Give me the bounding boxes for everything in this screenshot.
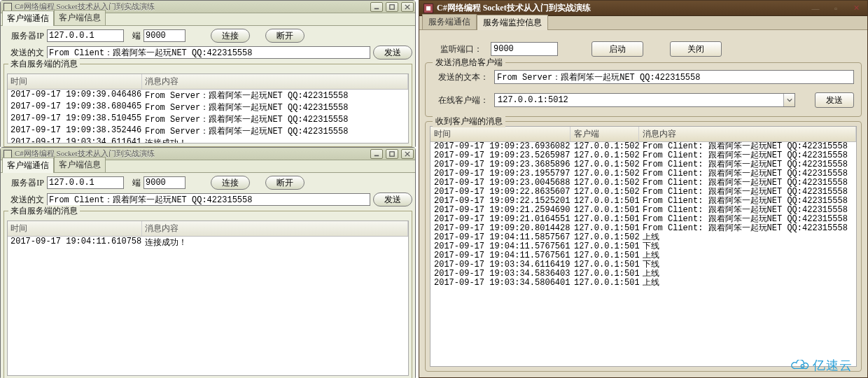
cell-p: 127.0.0.1:5011: [570, 279, 639, 288]
port-input[interactable]: [144, 29, 186, 42]
listen-port-label: 监听端口：: [436, 43, 482, 55]
cell-t: 2017-09-17 19:03:34.6116419: [430, 260, 570, 270]
cell-t: 2017-09-17 19:09:23.1955797: [430, 169, 570, 178]
cell-t: 2017-09-17 19:09:21.0164551: [430, 215, 570, 224]
close-button[interactable]: [401, 2, 414, 12]
col-content[interactable]: 消息内容: [639, 127, 856, 141]
cell-t: 2017-09-17 19:04:11.5767561: [430, 251, 570, 260]
cell-c: From Client: 跟着阿笨一起玩NET QQ:422315558: [639, 160, 856, 169]
server-ip-input[interactable]: [47, 29, 124, 42]
close-button[interactable]: [401, 149, 414, 159]
chevron-down-icon[interactable]: [783, 94, 794, 106]
col-client[interactable]: 客户端: [570, 127, 639, 141]
port-input[interactable]: [144, 176, 186, 189]
group-title: 收到客户端的消息: [433, 115, 505, 127]
table-row[interactable]: 2017-09-17 19:03:34.6116419连接成功！: [8, 137, 408, 144]
start-button[interactable]: 启动: [592, 41, 643, 57]
connect-button[interactable]: 连接: [211, 29, 250, 43]
table-row[interactable]: 2017-09-17 19:09:21.0164551127.0.0.1:501…: [430, 215, 856, 224]
table-row[interactable]: 2017-09-17 19:04:11.5767561127.0.0.1:501…: [430, 251, 856, 260]
col-time[interactable]: 时间: [430, 127, 570, 141]
cell-p: 127.0.0.1:5020: [570, 151, 639, 160]
send-text-label: 发送的文本：: [433, 71, 489, 83]
cell-p: 127.0.0.1:5012: [570, 224, 639, 233]
table-row[interactable]: 2017-09-17 19:04:11.5857567127.0.0.1:502…: [430, 233, 856, 242]
tabstrip: 客户端通信 客户端信息: [1, 160, 415, 173]
table-row[interactable]: 2017-09-17 19:09:23.0045688127.0.0.1:502…: [430, 178, 856, 188]
group-title: 来自服务端的消息: [8, 58, 80, 70]
maximize-button[interactable]: [386, 2, 398, 12]
tab-client-comm[interactable]: 客户端通信: [2, 158, 54, 173]
cell-t: 2017-09-17 19:04:11.5767561: [430, 242, 570, 251]
app-icon: [4, 3, 12, 11]
table-row[interactable]: 2017-09-17 19:09:38.3524466From Server：跟…: [8, 125, 408, 137]
minimize-button[interactable]: [370, 2, 383, 12]
listen-port-input[interactable]: [491, 42, 558, 56]
table-row[interactable]: 2017-09-17 19:04:11.5767561127.0.0.1:501…: [430, 242, 856, 251]
table-row[interactable]: 2017-09-17 19:09:22.1525201127.0.0.1:501…: [430, 197, 856, 206]
table-row[interactable]: 2017-09-17 19:09:39.0464863From Server：跟…: [8, 90, 408, 102]
svg-rect-3: [390, 151, 394, 155]
tab-server-comm[interactable]: 服务端通信: [422, 14, 477, 29]
online-clients-combo[interactable]: 127.0.0.1:5012: [494, 93, 795, 107]
col-content[interactable]: 消息内容: [142, 221, 408, 236]
minimize-button[interactable]: —: [807, 3, 824, 14]
maximize-button[interactable]: [386, 149, 398, 159]
cell-t: 2017-09-17 19:04:11.6107581: [8, 237, 142, 248]
send-text-input[interactable]: [494, 70, 854, 84]
send-button[interactable]: 发送: [815, 92, 854, 108]
tab-server-monitor[interactable]: 服务端监控信息: [477, 15, 548, 30]
col-time[interactable]: 时间: [8, 221, 142, 236]
grid-body-client-a[interactable]: 2017-09-17 19:09:39.0464863From Server：跟…: [8, 90, 408, 144]
table-row[interactable]: 2017-09-17 19:09:23.6936082127.0.0.1:502…: [430, 142, 856, 151]
send-text-label: 发送的文: [4, 47, 44, 59]
tab-client-comm[interactable]: 客户端通信: [2, 10, 54, 26]
send-button[interactable]: 发送: [373, 192, 412, 206]
send-text-input[interactable]: [47, 193, 370, 206]
cell-p: 127.0.0.1:5019: [570, 242, 639, 251]
grid-body-client-b[interactable]: 2017-09-17 19:04:11.6107581连接成功！: [8, 237, 408, 248]
tab-client-info[interactable]: 客户端信息: [54, 157, 106, 172]
connect-button[interactable]: 连接: [211, 176, 250, 190]
online-clients-label: 在线客户端：: [433, 94, 489, 106]
cell-c: 上线: [639, 279, 856, 288]
close-button[interactable]: ✕: [848, 3, 864, 14]
col-time[interactable]: 时间: [8, 74, 142, 89]
table-row[interactable]: 2017-09-17 19:03:34.5806401127.0.0.1:501…: [430, 279, 856, 288]
maximize-button[interactable]: ▫: [827, 3, 844, 14]
table-row[interactable]: 2017-09-17 19:09:23.1955797127.0.0.1:502…: [430, 169, 856, 178]
send-text-input[interactable]: [47, 46, 370, 59]
cell-t: 2017-09-17 19:09:22.8635607: [430, 188, 570, 197]
table-row[interactable]: 2017-09-17 19:09:20.8014428127.0.0.1:501…: [430, 224, 856, 233]
server-ip-input[interactable]: [47, 176, 124, 189]
cell-c: From Client: 跟着阿笨一起玩NET QQ:422315558: [639, 142, 856, 151]
cell-t: 2017-09-17 19:04:11.5857567: [430, 233, 570, 242]
table-row[interactable]: 2017-09-17 19:09:21.2594690127.0.0.1:501…: [430, 206, 856, 215]
table-row[interactable]: 2017-09-17 19:09:23.5265987127.0.0.1:502…: [430, 151, 856, 160]
send-button[interactable]: 发送: [373, 46, 412, 59]
cell-p: 127.0.0.1:5011: [570, 260, 639, 270]
tab-client-info[interactable]: 客户端信息: [54, 10, 106, 25]
minimize-button[interactable]: [370, 149, 383, 159]
table-row[interactable]: 2017-09-17 19:03:34.6116419127.0.0.1:501…: [430, 260, 856, 270]
col-content[interactable]: 消息内容: [142, 74, 408, 89]
grid-body-server[interactable]: 2017-09-17 19:09:23.6936082127.0.0.1:502…: [430, 142, 856, 352]
listen-toolbar: 监听端口： 启动 关闭: [425, 34, 862, 58]
cell-t: 2017-09-17 19:09:23.5265987: [430, 151, 570, 160]
cell-t: 2017-09-17 19:09:23.0045688: [430, 178, 570, 188]
table-row[interactable]: 2017-09-17 19:09:38.6804654From Server：跟…: [8, 102, 408, 113]
table-row[interactable]: 2017-09-17 19:04:11.6107581连接成功！: [8, 237, 408, 248]
table-row[interactable]: 2017-09-17 19:09:23.3685896127.0.0.1:502…: [430, 160, 856, 169]
cell-c: From Client: 跟着阿笨一起玩NET QQ:422315558: [639, 206, 856, 215]
disconnect-button[interactable]: 断开: [265, 29, 304, 43]
table-row[interactable]: 2017-09-17 19:09:22.8635607127.0.0.1:502…: [430, 188, 856, 197]
table-row[interactable]: 2017-09-17 19:09:38.5104557From Server：跟…: [8, 113, 408, 125]
cell-c: 下线: [639, 260, 856, 270]
table-row[interactable]: 2017-09-17 19:03:34.5836403127.0.0.1:501…: [430, 270, 856, 279]
stop-button[interactable]: 关闭: [670, 41, 722, 57]
cell-c: From Server：跟着阿笨一起玩NET QQ:422315558: [142, 113, 408, 125]
disconnect-button[interactable]: 断开: [265, 176, 304, 190]
cell-t: 2017-09-17 19:09:23.6936082: [430, 142, 570, 151]
titlebar[interactable]: C#网络编程 Socket技术从入门到实战演练 — ▫ ✕: [419, 1, 867, 16]
window-title: C#网络编程 Socket技术从入门到实战演练: [437, 2, 804, 14]
